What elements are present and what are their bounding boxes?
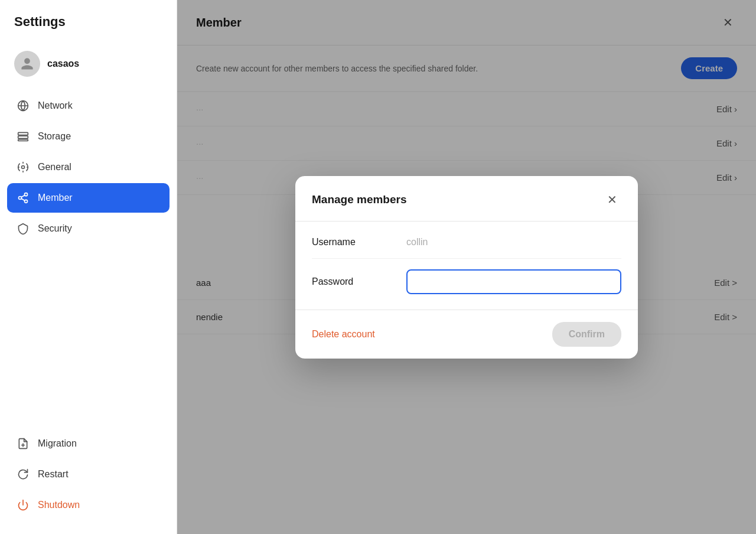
general-icon — [17, 161, 30, 174]
password-row: Password — [312, 259, 621, 305]
modal-close-button[interactable]: ✕ — [602, 190, 621, 209]
svg-line-10 — [21, 195, 25, 197]
modal-backdrop: Manage members ✕ Username collin Passwor… — [177, 0, 756, 534]
sidebar-item-general[interactable]: General — [7, 152, 170, 182]
main-content: Member ✕ Create new account for other me… — [177, 0, 756, 534]
delete-account-button[interactable]: Delete account — [312, 329, 375, 340]
user-profile: casaos — [0, 44, 177, 84]
network-icon — [17, 99, 30, 112]
svg-rect-4 — [18, 139, 28, 141]
sidebar-item-shutdown[interactable]: Shutdown — [7, 490, 170, 520]
storage-icon — [17, 130, 30, 143]
sidebar-item-migration[interactable]: Migration — [7, 429, 170, 458]
sidebar-title: Settings — [0, 14, 177, 44]
username-value: collin — [406, 237, 428, 248]
svg-point-5 — [22, 166, 25, 169]
username-row: Username collin — [312, 226, 621, 259]
sidebar-item-restart-label: Restart — [38, 469, 69, 480]
manage-members-modal: Manage members ✕ Username collin Passwor… — [295, 176, 638, 359]
sidebar-item-restart[interactable]: Restart — [7, 460, 170, 489]
sidebar: Settings casaos Network — [0, 0, 177, 534]
password-input[interactable] — [412, 273, 615, 291]
svg-rect-2 — [18, 132, 28, 135]
svg-rect-3 — [18, 136, 28, 138]
sidebar-nav: Network Storage General — [0, 91, 177, 429]
modal-header: Manage members ✕ — [295, 176, 638, 221]
sidebar-bottom: Migration Restart Shutdown — [0, 429, 177, 520]
confirm-button[interactable]: Confirm — [552, 322, 621, 347]
modal-footer: Delete account Confirm — [295, 310, 638, 359]
modal-title: Manage members — [312, 193, 407, 206]
sidebar-item-shutdown-label: Shutdown — [38, 500, 80, 510]
sidebar-item-general-label: General — [38, 162, 71, 172]
username-label: casaos — [47, 58, 79, 69]
sidebar-item-member-label: Member — [38, 193, 73, 203]
sidebar-item-member[interactable]: Member — [7, 183, 170, 213]
user-icon — [20, 57, 34, 71]
restart-icon — [17, 468, 30, 481]
sidebar-item-security-label: Security — [38, 223, 72, 234]
security-icon — [17, 222, 30, 235]
password-input-wrap — [406, 269, 621, 294]
password-label: Password — [312, 276, 406, 287]
sidebar-item-storage[interactable]: Storage — [7, 122, 170, 151]
username-label: Username — [312, 237, 406, 248]
sidebar-item-migration-label: Migration — [38, 438, 77, 449]
avatar — [14, 51, 40, 77]
sidebar-item-network[interactable]: Network — [7, 91, 170, 121]
shutdown-icon — [17, 499, 30, 512]
sidebar-item-network-label: Network — [38, 100, 73, 111]
sidebar-item-storage-label: Storage — [38, 131, 71, 142]
modal-body: Username collin Password — [295, 222, 638, 310]
migration-icon — [17, 437, 30, 450]
svg-line-9 — [21, 198, 25, 200]
sidebar-item-security[interactable]: Security — [7, 214, 170, 243]
member-icon — [17, 191, 30, 204]
